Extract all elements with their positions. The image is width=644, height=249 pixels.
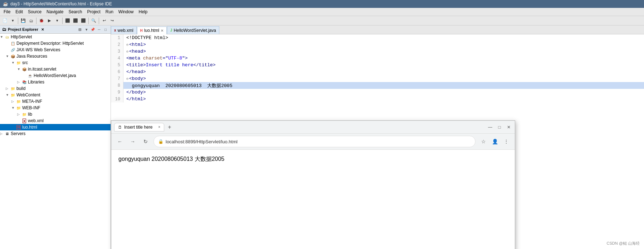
toolbar-run-btn[interactable]: ▶ <box>46 17 53 24</box>
tree-item-webcontent[interactable]: ▼📁WebContent <box>0 92 111 98</box>
tree-item-icon: 📁 <box>16 105 21 111</box>
toolbar-btn-d[interactable]: ↩ <box>101 17 108 24</box>
menu-window[interactable]: Window <box>116 9 136 15</box>
tree-item-lib[interactable]: ▷📁lib <box>0 111 111 118</box>
tab-xml-icon: x <box>114 28 116 32</box>
menu-source[interactable]: Source <box>26 9 44 15</box>
toolbar-search-btn[interactable]: 🔍 <box>90 17 97 24</box>
menu-navigate[interactable]: Navigate <box>44 9 65 15</box>
code-line-1: 1<!DOCTYPE html> <box>111 34 644 41</box>
tree-arrow: ▷ <box>6 87 10 90</box>
menu-run[interactable]: Run <box>103 9 116 15</box>
toolbar-btn-a[interactable]: ⬛ <box>64 17 71 24</box>
sidebar-pin-btn[interactable]: 📌 <box>90 27 96 32</box>
project-explorer: 🗂 Project Explorer ✕ ⊟ ▾ 📌 ─ □ ▼🗂HttpSer… <box>0 25 111 249</box>
toolbar-dropdown-btn[interactable]: ▾ <box>9 17 16 24</box>
sidebar-max-btn[interactable]: □ <box>103 27 108 32</box>
main-area: 🗂 Project Explorer ✕ ⊟ ▾ 📌 ─ □ ▼🗂HttpSer… <box>0 25 644 249</box>
tab-hello-servlet[interactable]: J HelloWordServlet.java <box>167 26 219 34</box>
browser-address-bar[interactable]: 🔒 localhost:8899/HttpServlet/luo.html <box>153 136 475 147</box>
sidebar-min-btn[interactable]: ─ <box>96 27 102 32</box>
tab-luo-html[interactable]: H luo.html ✕ <box>137 27 167 34</box>
code-tag: <html> <box>129 42 146 47</box>
tree-item-label: JAX-WS Web Services <box>16 47 60 52</box>
code-tag: "> <box>182 56 188 61</box>
fold-indicator[interactable]: ⊖ <box>126 49 129 54</box>
tree-item-web.xml[interactable]: xweb.xml <box>0 118 111 124</box>
fold-indicator[interactable]: ⊖ <box>126 77 129 81</box>
tree-item-build[interactable]: ▷📁build <box>0 85 111 92</box>
sidebar-close-icon[interactable]: ✕ <box>41 28 44 32</box>
tab-web-xml[interactable]: x web.xml <box>111 26 137 34</box>
toolbar-save-btn[interactable]: 💾 <box>20 17 27 24</box>
line-content[interactable]: <title>Insert title here</title> <box>123 62 644 68</box>
tab-close-icon[interactable]: ✕ <box>161 29 164 33</box>
browser-bookmark-btn[interactable]: ☆ <box>478 137 488 147</box>
tree-item-icon: 📁 <box>10 86 16 91</box>
browser-new-tab-btn[interactable]: + <box>165 123 174 132</box>
tree-arrow: ▼ <box>17 67 21 71</box>
toolbar-sep-1 <box>18 18 18 24</box>
browser-minimize-btn[interactable]: — <box>487 124 493 130</box>
menu-help[interactable]: Help <box>137 9 150 15</box>
toolbar-btn-b[interactable]: ⬛ <box>72 17 79 24</box>
tree-item-deployment-descriptor:-httpservlet[interactable]: 📋Deployment Descriptor: HttpServlet <box>0 40 111 47</box>
line-content[interactable]: ⊖<head> <box>123 48 644 55</box>
line-number: 8 <box>111 82 123 89</box>
toolbar-debug-btn[interactable]: 🐞 <box>38 17 45 24</box>
line-content[interactable]: gongyuquan 2020080605013 大数据2005 <box>123 82 644 89</box>
toolbar-save-all-btn[interactable]: 🗂 <box>28 17 35 24</box>
tree-item-src[interactable]: ▼📁src <box>0 59 111 66</box>
tree-item-icon: 📋 <box>10 40 16 46</box>
toolbar-run-dropdown[interactable]: ▾ <box>54 17 61 24</box>
window-title: day3 - HttpServlet/WebContent/luo.html -… <box>10 1 112 6</box>
tree-item-jax-ws-web-services[interactable]: 🔗JAX-WS Web Services <box>0 47 111 53</box>
title-bar: ☕ day3 - HttpServlet/WebContent/luo.html… <box>0 0 644 8</box>
toolbar: 📄 ▾ 💾 🗂 🐞 ▶ ▾ ⬛ ⬛ ⬛ 🔍 ↩ ↪ <box>0 16 644 25</box>
browser-content: gongyuquan 2020080605013 大数据2005 <box>111 150 515 249</box>
tree-item-icon: 📁 <box>10 92 16 98</box>
browser-forward-btn[interactable]: → <box>128 137 138 147</box>
browser-maximize-btn[interactable]: □ <box>496 124 503 130</box>
menu-file[interactable]: File <box>1 9 13 15</box>
line-content[interactable]: <meta charset="UTF-8"> <box>123 55 644 62</box>
browser-close-btn[interactable]: ✕ <box>506 124 512 130</box>
tree-item-servers[interactable]: ▷🖥Servers <box>0 130 111 137</box>
toolbar-new-btn[interactable]: 📄 <box>1 17 9 24</box>
browser-refresh-btn[interactable]: ↻ <box>141 137 151 147</box>
code-tag: </body> <box>126 90 146 95</box>
tree-item-libraries[interactable]: ▷📚Libraries <box>0 79 111 85</box>
toolbar-btn-c[interactable]: ⬛ <box>80 17 87 24</box>
line-content[interactable]: </body> <box>123 89 644 96</box>
tree-item-icon: 🖥 <box>4 131 10 137</box>
toolbar-btn-e[interactable]: ↪ <box>108 17 116 24</box>
line-content[interactable]: <!DOCTYPE html> <box>123 34 644 41</box>
sidebar-menu-btn[interactable]: ▾ <box>83 27 89 32</box>
tree-item-label: Deployment Descriptor: HttpServlet <box>16 41 84 46</box>
line-content[interactable]: ⊖<html> <box>123 41 644 48</box>
fold-indicator[interactable]: ⊖ <box>126 43 129 47</box>
browser-menu-btn[interactable]: ⋮ <box>501 137 511 147</box>
tree-item-java-resources[interactable]: ▼📦Java Resources <box>0 53 111 59</box>
sidebar-collapse-btn[interactable]: ⊟ <box>77 27 83 32</box>
browser-profile-btn[interactable]: 👤 <box>490 137 500 147</box>
tree-item-httpservlet[interactable]: ▼🗂HttpServlet <box>0 34 111 40</box>
code-line-7: 7⊖<body> <box>111 75 644 82</box>
browser-back-btn[interactable]: ← <box>115 137 125 147</box>
tree-item-hellowordservlet.java[interactable]: ☕HelloWordServlet.java <box>0 72 111 79</box>
menu-search[interactable]: Search <box>66 9 84 15</box>
tree-item-luo.html[interactable]: Hluo.html <box>0 124 111 130</box>
menu-project[interactable]: Project <box>85 9 102 15</box>
tree-item-meta-inf[interactable]: ▷📁META-INF <box>0 98 111 105</box>
line-content[interactable]: </head> <box>123 68 644 75</box>
browser-tab-active[interactable]: 🗒 Insert title here × <box>114 123 164 131</box>
line-content[interactable]: ⊖<body> <box>123 75 644 82</box>
menu-edit[interactable]: Edit <box>13 9 25 15</box>
tree-item-in.itcast.servlet[interactable]: ▼📦in.itcast.servlet <box>0 66 111 72</box>
browser-tab-close-icon[interactable]: × <box>158 125 160 129</box>
tree-arrow: ▷ <box>17 112 21 116</box>
tree-item-web-inf[interactable]: ▼📁WEB-INF <box>0 105 111 111</box>
line-content[interactable]: </html> <box>123 96 644 102</box>
line-number: 10 <box>111 96 123 102</box>
tree-item-icon: 📦 <box>10 53 16 59</box>
